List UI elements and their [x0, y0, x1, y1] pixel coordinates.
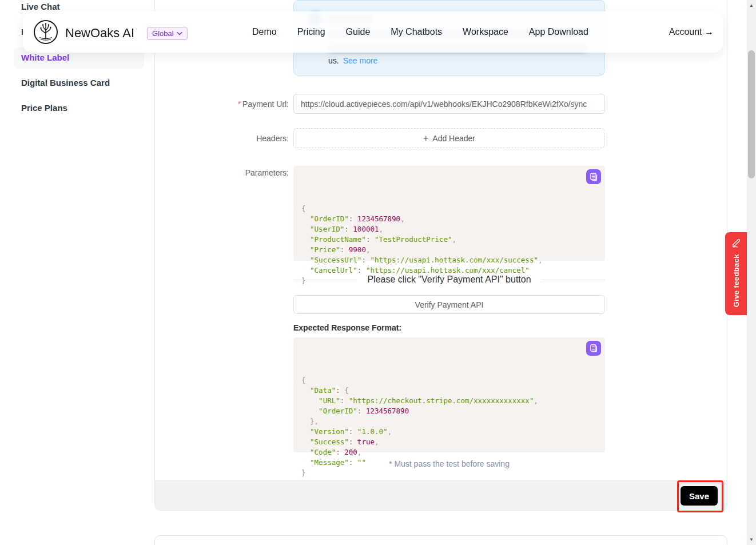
next-section-card — [154, 535, 727, 545]
reminder-tail-word: us. — [328, 56, 339, 65]
account-link[interactable]: Account → — [669, 11, 714, 53]
verify-payment-api-button[interactable]: Verify Payment API — [293, 295, 605, 314]
top-navbar: NewOaks AI Global Demo Pricing Guide My … — [23, 11, 723, 53]
nav-link-my-chatbots[interactable]: My Chatbots — [391, 27, 442, 37]
sidebar-item-live-chat[interactable]: Live Chat — [21, 2, 60, 11]
divider-line-right — [542, 280, 605, 280]
reminder-tail-text: us.See more — [328, 56, 377, 65]
sidebar-item-white-label[interactable]: White Label — [21, 53, 69, 62]
scroll-up-icon[interactable]: ▲ — [747, 3, 756, 8]
nav-link-app-download[interactable]: App Download — [529, 27, 588, 37]
region-selector[interactable]: Global — [147, 27, 188, 40]
add-header-button[interactable]: + Add Header — [293, 128, 605, 148]
newoaks-logo-icon — [33, 19, 58, 47]
expected-response-heading: Expected Response Format: — [293, 323, 401, 332]
nav-link-guide[interactable]: Guide — [346, 27, 371, 37]
nav-link-pricing[interactable]: Pricing — [297, 27, 325, 37]
payment-url-label-text: Payment Url: — [242, 100, 289, 109]
brand-name: NewOaks AI — [65, 26, 134, 41]
nav-links: Demo Pricing Guide My Chatbots Workspace… — [252, 11, 588, 53]
save-button[interactable]: Save — [681, 486, 718, 506]
scrollbar-thumb[interactable] — [748, 50, 755, 178]
app-root: { "navbar": { "brand": "NewOaks AI", "re… — [0, 0, 756, 545]
parameters-code-block: { "OrderID": 1234567890, "UserID": 10000… — [293, 166, 605, 261]
copy-icon[interactable] — [586, 169, 601, 184]
parameters-label: Parameters: — [160, 168, 289, 177]
pencil-icon — [731, 237, 742, 248]
verify-divider: Please click "Verify Payment API" button — [293, 274, 605, 285]
payment-url-input[interactable] — [293, 94, 605, 114]
divider-text: Please click "Verify Payment API" button — [357, 275, 541, 285]
required-asterisk: * — [238, 100, 241, 109]
give-feedback-label: Give feedback — [732, 254, 741, 307]
give-feedback-tab[interactable]: Give feedback — [725, 232, 747, 315]
must-pass-note: * Must pass the test before saving — [293, 459, 605, 468]
scroll-down-icon[interactable]: ▼ — [747, 537, 756, 542]
headers-label: Headers: — [160, 134, 289, 143]
scrollbar[interactable]: ▲ ▼ — [747, 0, 756, 545]
response-code-block: { "Data": { "URL": "https://checkout.str… — [293, 337, 605, 452]
sidebar-item-digital-business-card[interactable]: Digital Business Card — [21, 78, 110, 87]
plus-icon: + — [423, 134, 428, 143]
payment-url-label: *Payment Url: — [160, 100, 289, 109]
form-footer-bar: Save — [155, 480, 727, 510]
chevron-down-icon — [177, 31, 182, 35]
nav-link-demo[interactable]: Demo — [252, 27, 277, 37]
nav-link-workspace[interactable]: Workspace — [463, 27, 508, 37]
add-header-label: Add Header — [432, 134, 475, 143]
region-label: Global — [152, 29, 174, 38]
copy-icon[interactable] — [586, 341, 601, 356]
sidebar-item-price-plans[interactable]: Price Plans — [21, 103, 67, 113]
see-more-link[interactable]: See more — [343, 56, 378, 65]
brand[interactable]: NewOaks AI Global — [33, 19, 188, 47]
divider-line-left — [293, 280, 357, 280]
